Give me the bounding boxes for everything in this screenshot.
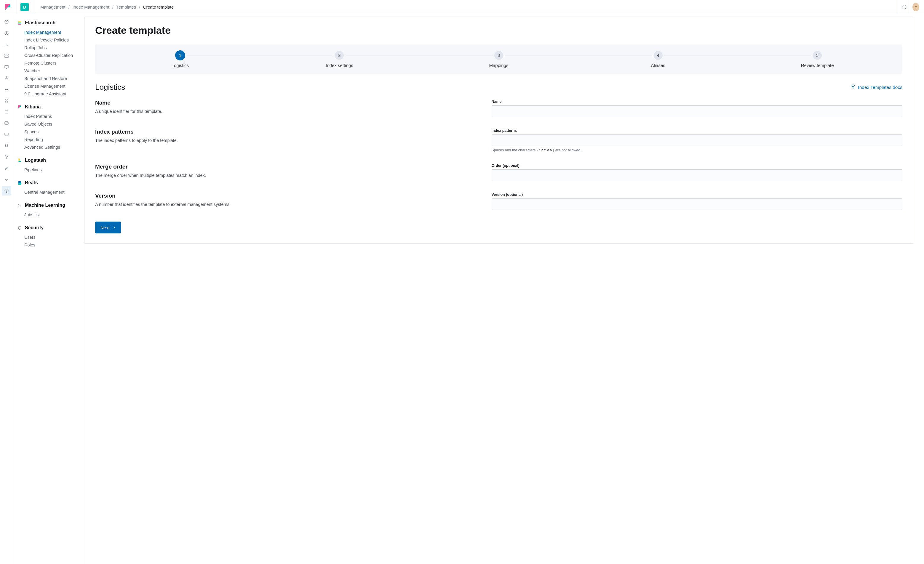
sidebar-item-index-patterns[interactable]: Index Patterns — [24, 112, 81, 120]
form-row-version: Version A number that identifies the tem… — [95, 193, 902, 210]
header-divider — [16, 0, 17, 14]
version-input[interactable] — [492, 199, 902, 210]
sidebar-item-pipelines[interactable]: Pipelines — [24, 166, 81, 174]
sidebar-heading-label: Security — [25, 225, 44, 230]
step-number: 1 — [176, 51, 184, 60]
step-number: 5 — [813, 51, 822, 60]
ml-section-icon — [17, 203, 22, 208]
docs-link[interactable]: Index Templates docs — [850, 84, 902, 90]
svg-point-2 — [5, 31, 8, 35]
docs-link-label: Index Templates docs — [858, 85, 902, 90]
field-label: Name — [492, 100, 902, 104]
step-mappings[interactable]: 3 Mappings — [419, 51, 579, 68]
sidebar-item-rollup[interactable]: Rollup Jobs — [24, 44, 81, 52]
svg-point-12 — [6, 100, 7, 101]
graph-icon[interactable] — [2, 152, 11, 162]
sidebar-heading-label: Beats — [25, 180, 38, 186]
sidebar-item-users[interactable]: Users — [24, 233, 81, 241]
recent-icon[interactable] — [2, 17, 11, 27]
discover-compass-icon[interactable] — [2, 28, 11, 38]
breadcrumb-item[interactable]: Management — [40, 5, 66, 9]
step-review[interactable]: 5 Review template — [738, 51, 897, 68]
sidebar-section-logstash: Logstash Pipelines — [15, 156, 81, 174]
visualize-chart-icon[interactable] — [2, 40, 11, 49]
step-index-settings[interactable]: 2 Index settings — [260, 51, 419, 68]
order-input[interactable] — [492, 169, 902, 181]
sidebar-heading-label: Kibana — [25, 104, 40, 109]
sidebar-item-ilm[interactable]: Index Lifecycle Policies — [24, 36, 81, 44]
field-help-text: Spaces and the characters \ / ? " < > | … — [492, 148, 902, 152]
sidebar-section-kibana: Kibana Index Patterns Saved Objects Spac… — [15, 103, 81, 151]
sidebar-item-reporting[interactable]: Reporting — [24, 136, 81, 144]
sidebar-item-ccr[interactable]: Cross-Cluster Replication — [24, 52, 81, 59]
svg-point-9 — [7, 99, 8, 100]
monitoring-heart-icon[interactable] — [2, 175, 11, 184]
maps-pin-icon[interactable] — [2, 73, 11, 83]
svg-rect-3 — [5, 54, 6, 55]
sidebar-item-central-management[interactable]: Central Management — [24, 188, 81, 196]
kibana-logo-icon[interactable] — [3, 3, 12, 11]
dev-tools-icon[interactable] — [2, 163, 11, 173]
field-title: Index patterns — [95, 129, 483, 135]
sidebar-heading: Machine Learning — [15, 202, 81, 209]
next-button[interactable]: Next — [95, 221, 121, 233]
form-row-merge-order: Merge order The merge order when multipl… — [95, 163, 902, 181]
step-aliases[interactable]: 4 Aliases — [579, 51, 738, 68]
svg-point-11 — [7, 102, 8, 102]
form-row-index-patterns: Index patterns The index patterns to app… — [95, 129, 902, 152]
siem-icon[interactable] — [2, 141, 11, 151]
index-patterns-input[interactable] — [492, 135, 902, 146]
svg-point-20 — [19, 205, 20, 206]
space-selector[interactable]: D — [21, 3, 29, 11]
sidebar-item-saved-objects[interactable]: Saved Objects — [24, 120, 81, 128]
name-input[interactable] — [492, 105, 902, 117]
header-divider — [34, 0, 34, 14]
field-label: Version (optional) — [492, 193, 902, 197]
infra-icon[interactable] — [2, 96, 11, 105]
breadcrumb-item[interactable]: Index Management — [73, 5, 110, 9]
wizard-stepper: 1 Logistics 2 Index settings 3 Mappings … — [95, 45, 902, 74]
field-title: Version — [95, 193, 483, 199]
sidebar-item-upgrade[interactable]: 9.0 Upgrade Assistant — [24, 90, 81, 98]
sidebar-item-remote-clusters[interactable]: Remote Clusters — [24, 59, 81, 67]
field-description: A unique identifier for this template. — [95, 109, 483, 114]
svg-point-19 — [18, 204, 21, 207]
sidebar-item-roles[interactable]: Roles — [24, 241, 81, 249]
apm-icon[interactable] — [2, 118, 11, 128]
svg-point-0 — [902, 5, 906, 9]
management-gear-icon[interactable] — [2, 186, 11, 196]
user-menu[interactable]: e — [910, 0, 922, 14]
sidebar-item-watcher[interactable]: Watcher — [24, 67, 81, 75]
logs-icon[interactable] — [2, 107, 11, 117]
sidebar-heading: Logstash — [15, 156, 81, 164]
create-template-panel: Create template 1 Logistics 2 Index sett… — [84, 16, 914, 244]
step-number: 2 — [335, 51, 344, 60]
top-header: D Management / Index Management / Templa… — [0, 0, 924, 14]
field-description: A number that identifies the template to… — [95, 202, 483, 207]
sidebar-heading: Security — [15, 224, 81, 232]
avatar: e — [912, 3, 919, 11]
step-label: Index settings — [326, 63, 353, 68]
space-initial: D — [23, 5, 26, 9]
newsfeed-icon[interactable] — [898, 0, 910, 14]
field-title: Name — [95, 100, 483, 106]
sidebar-section-beats: Beats Central Management — [15, 179, 81, 196]
sidebar-item-advanced-settings[interactable]: Advanced Settings — [24, 144, 81, 151]
uptime-icon[interactable] — [2, 130, 11, 139]
sidebar-item-spaces[interactable]: Spaces — [24, 128, 81, 136]
ml-icon[interactable] — [2, 85, 11, 94]
breadcrumb-item[interactable]: Templates — [117, 5, 136, 9]
sidebar-item-jobs-list[interactable]: Jobs list — [24, 211, 81, 218]
canvas-icon[interactable] — [2, 62, 11, 72]
field-description: The merge order when multiple templates … — [95, 173, 483, 178]
sidebar-item-index-management[interactable]: Index Management — [24, 28, 81, 36]
svg-point-18 — [6, 190, 7, 191]
breadcrumb-separator: / — [69, 5, 70, 9]
sidebar-item-license[interactable]: License Management — [24, 82, 81, 90]
svg-rect-6 — [5, 66, 8, 68]
step-number: 3 — [494, 51, 503, 60]
sidebar-item-snapshot[interactable]: Snapshot and Restore — [24, 75, 81, 82]
svg-rect-14 — [5, 133, 8, 135]
step-logistics[interactable]: 1 Logistics — [100, 51, 260, 68]
dashboard-icon[interactable] — [2, 51, 11, 60]
